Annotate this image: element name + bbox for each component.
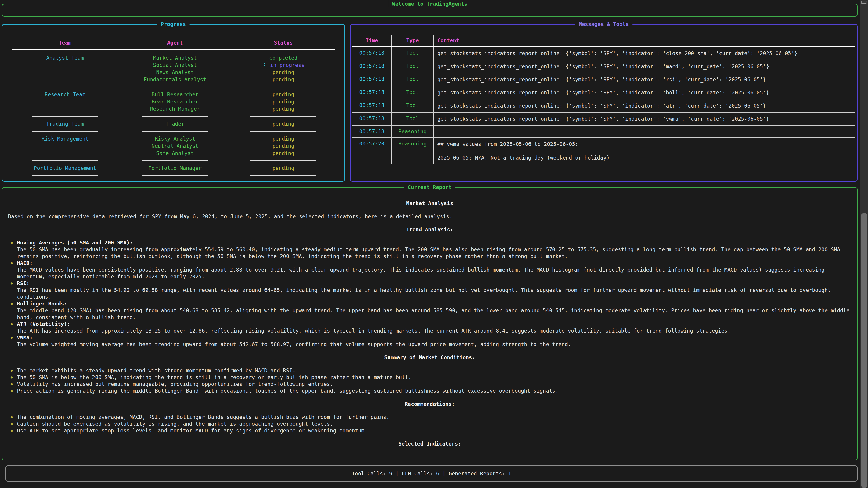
message-row: 00:57:18Toolget_stockstats_indicators_re… — [352, 112, 855, 126]
status-badge: pending — [229, 164, 338, 172]
bullet-label: Bollinger Bands: — [17, 300, 851, 307]
message-type: Tool — [391, 99, 433, 112]
team-name: Analyst Team — [9, 54, 121, 61]
status-badge: pending — [229, 135, 338, 142]
separator-line — [32, 175, 98, 176]
separator-line — [250, 175, 316, 176]
message-time: 00:57:18 — [352, 99, 391, 112]
message-type: Tool — [391, 60, 433, 73]
separator-line — [32, 131, 98, 132]
agent-name: Neutral Analyst — [121, 142, 229, 150]
status-badge: ⋮in_progress — [229, 61, 338, 69]
team-cell: Risk Management — [9, 135, 121, 157]
welcome-panel: Welcome to TradingAgents — [2, 4, 858, 17]
agent-cell: Portfolio Manager — [121, 164, 229, 172]
bullet-text: Volatility has increased but remains man… — [17, 381, 851, 387]
agent-name: Social Analyst — [121, 61, 229, 69]
separator-line — [142, 87, 208, 88]
message-content: get_stockstats_indicators_report_online:… — [433, 99, 855, 112]
report-bullet: ATR (Volatility):The ATR has increased f… — [8, 321, 851, 334]
team-block: Research TeamBull ResearcherBear Researc… — [9, 91, 338, 112]
messages-table: Time Type Content 00:57:18Toolget_stocks… — [350, 25, 857, 164]
report-bullet: MACD:The MACD values have been consisten… — [8, 260, 851, 280]
message-content: get_stockstats_indicators_report_online:… — [433, 73, 855, 86]
report-panel-title: Current Report — [404, 184, 455, 191]
bullet-text: The RSI has been mostly in the 54.92 to … — [17, 287, 851, 300]
bullet-text: The volume-weighted moving average has b… — [17, 341, 851, 348]
message-content: get_stockstats_indicators_report_online:… — [433, 47, 855, 60]
agent-name: Bull Researcher — [121, 91, 229, 98]
status-badge: pending — [229, 76, 338, 83]
progress-panel-title: Progress — [157, 21, 190, 28]
agent-name: Fundamentals Analyst — [121, 76, 229, 83]
separator-line — [32, 116, 98, 117]
separator-line — [250, 160, 316, 161]
report-bullet: Moving Averages (50 SMA and 200 SMA):The… — [8, 239, 851, 260]
team-block: Risk ManagementRisky AnalystNeutral Anal… — [9, 135, 338, 157]
column-header-status: Status — [229, 39, 338, 46]
message-content — [433, 126, 855, 137]
status-badge: pending — [229, 142, 338, 150]
scrollbar[interactable] — [860, 0, 868, 488]
message-row: 00:57:18Toolget_stockstats_indicators_re… — [352, 60, 855, 73]
status-badge: pending — [229, 91, 338, 98]
column-header-agent: Agent — [121, 39, 229, 46]
status-badge: pending — [229, 105, 338, 112]
message-row: 00:57:18Toolget_stockstats_indicators_re… — [352, 86, 855, 99]
message-time: 00:57:18 — [352, 60, 391, 73]
messages-panel-title: Messages & Tools — [575, 21, 632, 28]
messages-table-header: Time Type Content — [352, 35, 855, 47]
separator-line — [142, 175, 208, 176]
bullet-text: The 50 SMA is below the 200 SMA, indicat… — [17, 374, 851, 381]
bullet-text: The market exhibits a steady upward tren… — [17, 367, 851, 374]
team-block: Trading TeamTraderpending — [9, 120, 338, 127]
report-bullet: RSI:The RSI has been mostly in the 54.92… — [8, 280, 851, 300]
agent-name: Safe Analyst — [121, 150, 229, 157]
agent-name: Portfolio Manager — [121, 164, 229, 172]
bullet-text: Price action is generally riding the mid… — [17, 387, 851, 394]
team-name: Trading Team — [9, 120, 121, 127]
report-bullet: The combination of moving averages, MACD… — [8, 414, 851, 420]
team-name: Portfolio Management — [9, 164, 121, 172]
message-row: 00:57:18Toolget_stockstats_indicators_re… — [352, 47, 855, 60]
status-badge: pending — [229, 120, 338, 127]
status-badge: pending — [229, 150, 338, 157]
status-badge: completed — [229, 54, 338, 61]
report-bullet-list: Moving Averages (50 SMA and 200 SMA):The… — [8, 239, 851, 348]
message-type: Reasoning — [391, 138, 433, 164]
report-intro: Based on the comprehensive data retrieve… — [8, 213, 851, 220]
bullet-label: MACD: — [17, 260, 851, 266]
message-content: ## vwma values from 2025-05-06 to 2025-0… — [433, 138, 855, 164]
message-row: 00:57:18Toolget_stockstats_indicators_re… — [352, 73, 855, 86]
status-badge: pending — [229, 69, 338, 76]
status-badge: pending — [229, 98, 338, 105]
spinner-icon: ⋮ — [262, 62, 268, 68]
team-cell: Analyst Team — [9, 54, 121, 83]
message-type: Reasoning — [391, 126, 433, 137]
status-cell: pending — [229, 164, 338, 172]
report-section-heading: Summary of Market Conditions: — [8, 354, 851, 361]
progress-table: Team Agent Status Analyst TeamMarket Ana… — [2, 25, 344, 180]
message-content: get_stockstats_indicators_report_online:… — [433, 112, 855, 125]
message-type: Tool — [391, 112, 433, 125]
scrollbar-thumb[interactable] — [861, 213, 867, 488]
status-cell: pending — [229, 120, 338, 127]
agent-name: Market Analyst — [121, 54, 229, 61]
message-time: 00:57:18 — [352, 126, 391, 137]
column-header-time: Time — [352, 35, 391, 46]
bullet-label: RSI: — [17, 280, 851, 287]
message-type: Tool — [391, 47, 433, 60]
agent-cell: Risky AnalystNeutral AnalystSafe Analyst — [121, 135, 229, 157]
message-type: Tool — [391, 73, 433, 86]
separator-line — [32, 87, 98, 88]
status-cell: completed⋮in_progresspendingpending — [229, 54, 338, 83]
progress-table-body: Analyst TeamMarket AnalystSocial Analyst… — [9, 54, 338, 180]
progress-panel: Progress Team Agent Status Analyst TeamM… — [2, 24, 345, 182]
bullet-label: Moving Averages (50 SMA and 200 SMA): — [17, 239, 851, 246]
stats-bar: Tool Calls: 9 | LLM Calls: 6 | Generated… — [5, 465, 858, 482]
team-separator — [9, 112, 338, 120]
team-cell: Research Team — [9, 91, 121, 112]
welcome-title: Welcome to TradingAgents — [389, 0, 471, 7]
messages-panel: Messages & Tools Time Type Content 00:57… — [350, 24, 858, 182]
menu-icon[interactable] — [861, 1, 867, 4]
